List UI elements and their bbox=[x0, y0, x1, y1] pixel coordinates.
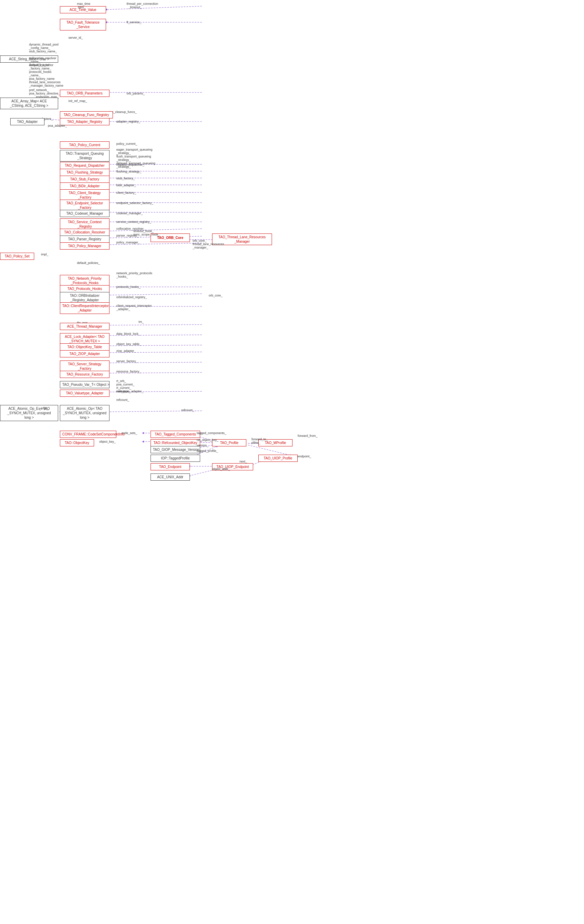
pref-network-label: pref_network_poa_factory_directive_ bbox=[29, 88, 60, 95]
ace-lock-adapter-synch-mutex-node: ACE_Lock_Adapter< TAO_SYNCH_MUTEX > bbox=[60, 333, 110, 345]
init-ref-map-label: init_ref_map_ bbox=[68, 99, 87, 103]
stub-factory-label: stub_factory_ bbox=[116, 177, 135, 180]
ace-array-map-label: ACE_Array_Map< ACE_CString, ACE_CString … bbox=[10, 99, 48, 107]
tao-stub-factory-label: TAO_Stub_Factory bbox=[70, 177, 99, 181]
tao-objectkey-label: TAO::ObjectKey bbox=[65, 441, 89, 445]
tao-policy-set-node: TAO_Policy_Set bbox=[0, 252, 34, 260]
tao-bidir-adapter-label: TAO_BiDir_Adapter bbox=[70, 184, 100, 188]
tao-resource-factory-label: TAO_Resource_Factory bbox=[66, 373, 103, 376]
ace-atomic-op-tao-label: ACE_Atomic_Op< TAO_SYNCH_MUTEX, unsigned… bbox=[63, 407, 106, 419]
valuetype-adapter-label: valuetype_adapter_ bbox=[116, 389, 143, 393]
orbinitialized-registry-label: orbinitialized_registry_ bbox=[116, 295, 147, 299]
tao-adapter-registry-node: TAO_Adapter_Registry bbox=[60, 118, 110, 125]
tao-parser-registry-node: TAO_Parser_Registry bbox=[60, 236, 110, 243]
server-factory-label: server_factory_ bbox=[116, 360, 138, 363]
endpoint-selector-factory-label: endpoint_selector_factory_ bbox=[116, 201, 153, 205]
adapter-registry-label: adapter_registry_ bbox=[116, 120, 140, 123]
ft-service-label: ft_service_ bbox=[127, 21, 141, 24]
tao-bidir-adapter-node: TAO_BiDir_Adapter bbox=[60, 183, 110, 190]
ace-unix-addr-label: ACE_UNIX_Addr bbox=[157, 475, 183, 479]
tao-transport-queuing-strategy-label: TAO::Transport_Queuing_Strategy bbox=[66, 152, 104, 160]
tagged-components-label2: tagged_components_ bbox=[197, 431, 227, 435]
ref-object-key-label: ref_object_key_ bbox=[197, 438, 219, 442]
tao-profile-label: TAO_Profile bbox=[220, 441, 239, 445]
ace-thread-manager-node: ACE_Thread_Manager bbox=[60, 323, 110, 330]
orb-params-label: orb_params_ bbox=[127, 92, 145, 95]
iop-taggedprofile-label: IOP::TaggedProfile bbox=[161, 456, 190, 460]
orb-core2-label: orb_core_ bbox=[209, 294, 223, 297]
iop-taggedprofile-node: IOP::TaggedProfile bbox=[151, 455, 200, 462]
tao-codeset-manager-node: TAO_Codeset_Manager bbox=[60, 210, 110, 217]
impl-label-atomic: _impl_ bbox=[39, 407, 49, 410]
tao-objectkey-table-label: TAO::ObjectKey_Table bbox=[67, 345, 102, 349]
max-time-zero-label: max_time zero_ bbox=[77, 2, 90, 9]
tao-orbinitialized-registry-adapter-node: TAO::ORBInitializer_Registry_Adapter bbox=[60, 292, 110, 304]
tao-refcounted-objectkey-label: TAO::Refcounted_ObjectKey bbox=[153, 441, 197, 445]
object-addr-label: object_addr_ bbox=[212, 467, 230, 471]
tao-tagged-components-node: TAO_Tagged_Components bbox=[151, 431, 200, 438]
tao-flushing-strategy-label: TAO_Flushing_Strategy bbox=[67, 170, 103, 174]
data-block-lock-label: data_block_lock_ bbox=[116, 332, 140, 335]
network-priority-protocols-hooks-label: network_priority_protocols_hooks_ bbox=[116, 272, 152, 278]
tao-endpoint-selector-factory-label: TAO_Endpoint_Selector_Factory bbox=[66, 201, 103, 210]
tao-server-strategy-factory-node: TAO_Server_Strategy_Factory bbox=[60, 360, 110, 372]
tao-adapter-label: TAO_Adapter bbox=[17, 120, 38, 124]
tao-resource-factory-node: TAO_Resource_Factory bbox=[60, 371, 110, 378]
tao-thread-lane-resources-manager-label: TAO_Thread_Lane_Resources_Manager bbox=[218, 235, 265, 243]
impl-label-policy-set: impl_ bbox=[41, 252, 49, 256]
resource-factory-label: resource_factory_ bbox=[116, 370, 141, 373]
tao-request-dispatcher-label: TAO_Request_Dispatcher bbox=[65, 163, 105, 167]
tao-fault-tolerance-service-label: TAO_Fault_Tolerance_Service bbox=[66, 21, 100, 29]
tao-policy-manager-label: TAO_Policy_Manager bbox=[68, 244, 101, 248]
object-key-label: object_key_ bbox=[99, 440, 116, 443]
tao-server-strategy-factory-label: TAO_Server_Strategy_Factory bbox=[68, 362, 102, 370]
tao-service-context-registry-label: TAO_Service_Context_Registry bbox=[68, 220, 102, 228]
ziop-adapter-label: ziop_adapter_ bbox=[116, 349, 136, 353]
tao-ziop-adapter-label: TAO_ZIOP_Adapter bbox=[69, 352, 100, 356]
tao-network-priority-protocols-hooks-label: TAO_Network_Priority_Protocols_Hooks bbox=[68, 277, 102, 285]
tao-clientrequestinterceptor-adapter-node: TAO::ClientRequestInterceptor_Adapter bbox=[60, 302, 110, 314]
refcount2-label: refcount_ bbox=[181, 408, 194, 412]
tagged-profile-label: tagged_profile_ bbox=[197, 449, 218, 452]
tao-request-dispatcher-node: TAO_Request_Dispatcher bbox=[60, 162, 110, 169]
tao-mprofile-label: TAO_MProfile bbox=[265, 441, 286, 445]
tao-pseudo-var-t-object-node: TAO_Pseudo_Var_T< Object > bbox=[60, 381, 110, 388]
tao-parser-registry-label: TAO_Parser_Registry bbox=[68, 237, 101, 241]
ace-lock-adapter-synch-mutex-label: ACE_Lock_Adapter< TAO_SYNCH_MUTEX > bbox=[65, 335, 104, 343]
tao-adapter-node: TAO_Adapter bbox=[10, 118, 44, 125]
tao-objectkey-node: TAO::ObjectKey bbox=[60, 439, 94, 446]
tao-cleanup-func-registry-label: TAO_Cleanup_Func_Registry bbox=[64, 113, 109, 117]
ace-array-map-node: ACE_Array_Map< ACE_CString, ACE_CString … bbox=[0, 97, 58, 109]
client-request-interceptor-adapter-label: client_request_interceptor_adapter_ bbox=[116, 304, 152, 311]
tao-transport-queuing-strategy-node: TAO::Transport_Queuing_Strategy bbox=[60, 150, 110, 162]
tao-orb-parameters-label: TAO_ORB_Parameters bbox=[67, 91, 102, 95]
tao-stub-factory-node: TAO_Stub_Factory bbox=[60, 176, 110, 183]
tao-policy-current-label: TAO_Policy_Current bbox=[69, 143, 100, 147]
orb-core-thread-lane-label: orb_core_thread_lane_resources_manager_ bbox=[192, 239, 224, 249]
conv-frame-codesetcomponentinfo-node: CONV_FRAME::CodeSetComponentInfo bbox=[60, 431, 116, 438]
tao-endpoint-label: TAO_Endpoint bbox=[159, 465, 181, 469]
conv-frame-codesetcomponentinfo-label: CONV_FRAME::CodeSetComponentInfo bbox=[62, 432, 125, 436]
forward-to-label: forward_to_pliles_ bbox=[252, 437, 268, 444]
next-label: next_ bbox=[240, 460, 247, 463]
tao-giop-message-version-label: TAO_GIOP_Message_Version bbox=[153, 448, 199, 452]
policy-manager-label: policy_manager_ bbox=[116, 241, 140, 244]
tao-client-strategy-factory-node: TAO_Client_Strategy_Factory bbox=[60, 189, 110, 201]
tao-collocation-resolver-label: TAO_Collocation_Resolver bbox=[64, 230, 105, 234]
poa-adapter-label: poa_adapter_ bbox=[48, 124, 67, 127]
tao-collocation-resolver-node: TAO_Collocation_Resolver bbox=[60, 229, 110, 236]
ace-atomic-op-ex-node: ACE_Atomic_Op_Ex< TAO_SYNCH_MUTEX, unsig… bbox=[0, 405, 58, 421]
tao-service-context-registry-node: TAO_Service_Context_Registry bbox=[60, 218, 110, 230]
svg-line-17 bbox=[106, 294, 202, 295]
request-dispatcher-label: request_dispatcher_ bbox=[116, 163, 145, 167]
tao-orb-core-label: TAO_ORB_Core bbox=[157, 236, 183, 240]
tao-ziop-adapter-node: TAO_ZIOP_Adapter bbox=[60, 350, 110, 357]
tss-cleanup-funcs-label: tss_cleanup_funcs_ bbox=[110, 110, 137, 114]
tao-fault-tolerance-service-node: TAO_Fault_Tolerance_Service bbox=[60, 19, 106, 30]
tao-protocols-hooks-label: TAO_Protocols_Hooks bbox=[67, 287, 102, 290]
svg-line-36 bbox=[248, 445, 291, 455]
tao-uiop-profile-label: TAO_UIOP_Profile bbox=[264, 456, 293, 460]
timeout-hook-label: timeout_hook_sync_scope_hook_ bbox=[133, 229, 160, 236]
thread-lane-resources-label: thread_lane_resources_manager_factory_na… bbox=[29, 81, 63, 87]
tao-objectkey-table-node: TAO::ObjectKey_Table bbox=[60, 343, 110, 351]
